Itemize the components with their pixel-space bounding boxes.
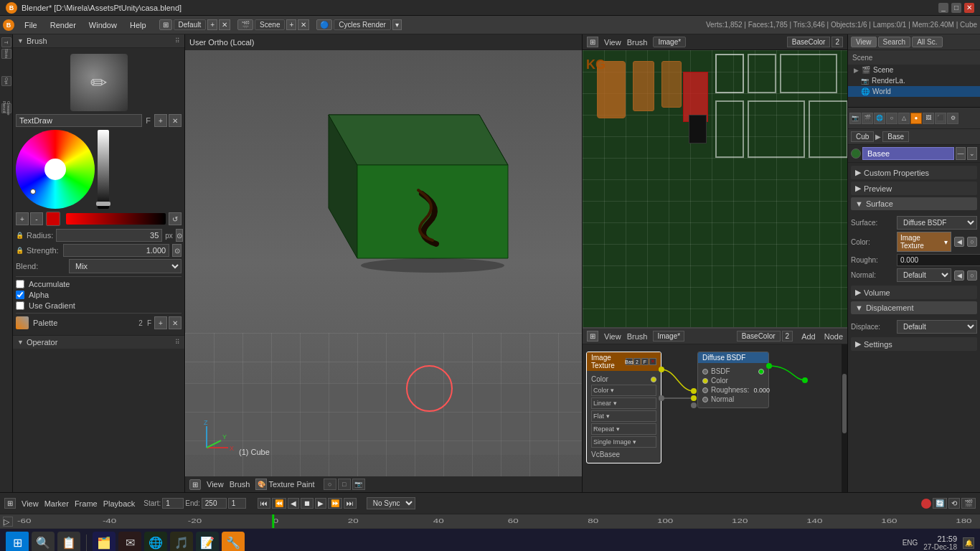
normal-select[interactable]: Default [897,268,951,282]
props-tab-physics[interactable]: ⚙ [947,113,958,124]
taskbar-mail[interactable]: ✉ [118,532,141,552]
viewport-3d[interactable]: X Z Y (1) Cube [185,50,582,476]
color-link[interactable]: ○ [967,237,977,247]
viewport-brush-btn[interactable]: Brush [230,480,250,489]
props-tab-mesh[interactable]: △ [898,113,910,124]
accumulate-checkbox[interactable] [16,280,24,288]
swatch-del[interactable]: - [30,212,43,225]
color-expand[interactable]: ◀ [954,237,964,247]
view-header-btn[interactable]: View [851,37,877,47]
custom-properties-section[interactable]: ▶ Custom Properties [851,166,977,179]
strength-options[interactable]: ⊙ [172,244,182,257]
settings-section[interactable]: ▶ Settings [851,337,977,351]
props-tab-render[interactable]: 📷 [849,113,861,124]
sync-icon2[interactable]: ⟲ [948,498,960,509]
minimize-button[interactable]: _ [938,3,948,13]
node-brush-btn[interactable]: Brush [627,332,648,341]
scene-close[interactable]: ✕ [298,19,309,30]
displace-select[interactable]: Default [897,320,977,334]
taskbar-blender[interactable]: 🔧 [222,532,245,552]
uv-view-btn[interactable]: View [604,38,621,47]
play-btn[interactable]: ▶ [315,498,326,509]
material-expand[interactable]: ⌄ [967,147,977,160]
displacement-section-header[interactable]: ▼ Displacement [851,301,977,314]
radius-input[interactable] [56,229,162,242]
engine-selector[interactable]: 🔵 Cycles Render ▾ [316,19,402,30]
menu-file[interactable]: File [19,19,43,32]
uv-image-selector[interactable]: Image* [653,37,686,47]
props-tab-material[interactable]: ● [910,113,922,124]
jump-start-btn[interactable]: ⏮ [258,498,270,509]
swatch-add[interactable]: + [16,212,29,225]
props-tab-world[interactable]: 🌐 [874,113,885,124]
palette-add[interactable]: + [154,316,167,329]
palette-del[interactable]: ✕ [169,316,182,329]
slots-icon[interactable]: Slots [1,49,11,59]
notifications-btn[interactable]: 🔔 [963,537,974,549]
diffuse-bsdf-node[interactable]: Diffuse BSDF BSDF Color [697,352,769,408]
timeline-marker-btn[interactable]: Marker [44,499,69,508]
brush-name-input[interactable] [16,114,142,127]
use-gradient-checkbox[interactable] [16,301,24,310]
taskbar-explorer[interactable]: 🗂️ [93,532,116,552]
props-tab-scene[interactable]: 🎬 [862,113,873,124]
normal-expand[interactable]: ◀ [954,270,964,281]
color-selector[interactable]: Image Texture ▾ [897,232,951,252]
center-viewport[interactable]: User Ortho (Local) [185,34,582,492]
maximize-button[interactable]: □ [951,3,961,13]
timeline-playback-btn[interactable]: Playback [103,499,136,508]
timeline-view-btn[interactable]: View [22,499,39,508]
radius-options[interactable]: ⊙ [176,229,183,242]
record-btn[interactable] [921,499,931,509]
windows-start-btn[interactable]: ⊞ [6,532,29,552]
engine-dropdown[interactable]: ▾ [392,19,402,30]
scene-add[interactable]: + [286,19,296,30]
node-image-selector[interactable]: Image* [653,331,684,342]
sync-selector[interactable]: No Sync [367,497,415,509]
taskbar-browser[interactable]: 🌐 [144,532,167,552]
search-header-btn[interactable]: Search [878,37,911,47]
blend-select[interactable]: Mix [69,259,182,273]
brush-add-btn[interactable]: + [154,114,167,127]
normal-link[interactable]: ○ [967,270,977,281]
render-anim-btn[interactable]: 🎬 [961,498,976,509]
tools-icon[interactable]: T [1,37,11,47]
node-view-btn[interactable]: View [604,332,621,341]
jump-end-btn[interactable]: ⏭ [344,498,357,509]
node-close[interactable]: ✕ [649,358,656,365]
outliner-world[interactable]: 🌐 World [848,86,980,97]
material-name[interactable]: Basee [862,147,954,160]
next-keyframe-btn[interactable]: ⏩ [328,498,342,509]
taskbar-paint[interactable]: 🎵 [170,532,193,552]
node-scrollbar[interactable] [842,344,847,492]
menu-render[interactable]: Render [44,19,82,32]
surface-select[interactable]: Diffuse BSDF [897,216,977,230]
mode-selector[interactable]: 🎨 Texture Paint [255,479,314,490]
menu-help[interactable]: Help [124,19,152,32]
workspace-close[interactable]: ✕ [219,19,230,30]
material-minus[interactable]: — [956,147,966,160]
flat-dropdown[interactable]: Flat ▾ [591,410,656,422]
workspace-selector[interactable]: ⊞ Default + ✕ [159,19,231,30]
uv-channel-selector[interactable]: BaseColor 2 [787,37,843,47]
breadcrumb-cube[interactable]: Cub [851,131,874,142]
close-button[interactable]: ✕ [964,3,974,13]
surface-section-header[interactable]: ▼ Surface [851,197,977,210]
scene-name[interactable]: Scene [255,19,285,30]
alpha-checkbox[interactable] [16,291,24,299]
outliner-renderlayer[interactable]: 📷 RenderLa. [848,75,980,86]
sphere-icon[interactable]: ○ [324,479,336,490]
stop-btn[interactable]: ⏹ [301,498,314,509]
grease-pencil-icon[interactable]: Grease Pencil [1,103,11,113]
brightness-slider[interactable] [98,130,109,209]
node-canvas[interactable]: Image Texture Bas 2 F ✕ Color [583,344,847,492]
brush-del-btn[interactable]: ✕ [169,114,182,127]
volume-section[interactable]: ▶ Volume [851,286,977,299]
play-back-btn[interactable]: ◀ [288,498,299,509]
viewport-view-btn[interactable]: View [207,480,224,489]
roughn-input[interactable] [897,254,980,266]
image-texture-node[interactable]: Image Texture Bas 2 F ✕ Color [586,352,661,463]
strength-input[interactable] [63,244,169,257]
sync-icon1[interactable]: 🔄 [933,498,947,509]
node-add-btn[interactable]: Add [801,332,816,341]
